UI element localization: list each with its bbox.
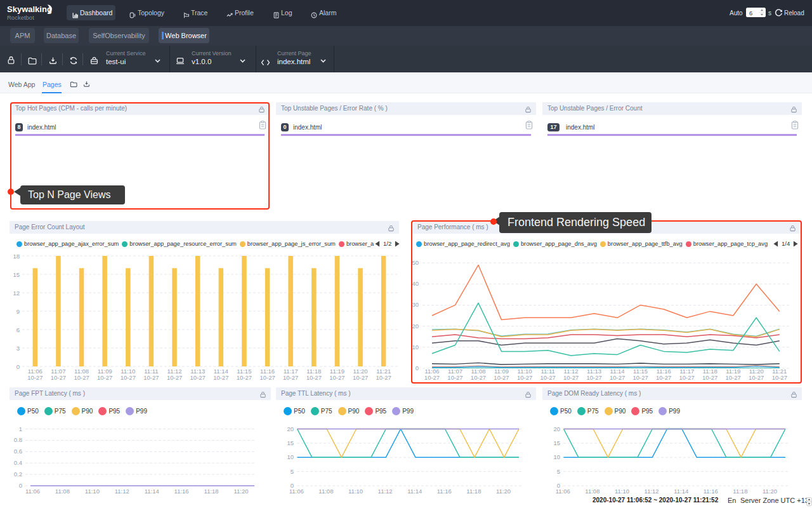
svg-text:10: 10 [553,453,560,460]
svg-text:11:18: 11:18 [204,488,219,495]
svg-text:5: 5 [557,468,560,475]
svg-text:10-27: 10-27 [190,374,206,381]
svg-text:11:20: 11:20 [496,488,511,495]
svg-text:10-27: 10-27 [213,374,228,381]
svg-text:0: 0 [16,363,20,370]
svg-text:11:14: 11:14 [145,488,159,495]
svg-text:11:10: 11:10 [348,488,363,495]
svg-text:0.6: 0.6 [14,448,22,455]
svg-text:11:10: 11:10 [85,488,100,495]
svg-text:10-27: 10-27 [167,374,182,381]
svg-text:1: 1 [19,425,22,432]
svg-text:10-27: 10-27 [283,374,298,381]
svg-text:10-27: 10-27 [143,374,159,381]
svg-text:20: 20 [287,425,294,432]
svg-text:11:16: 11:16 [174,488,189,495]
svg-text:11:10: 11:10 [615,488,629,495]
svg-text:15: 15 [13,271,20,278]
svg-text:11:16: 11:16 [704,488,718,495]
svg-text:10-27: 10-27 [353,374,368,381]
svg-text:20: 20 [553,425,560,432]
svg-text:10-27: 10-27 [306,374,322,381]
svg-text:11:06: 11:06 [556,488,570,495]
svg-text:11:06: 11:06 [25,488,40,495]
svg-text:15: 15 [287,439,294,446]
svg-text:18: 18 [13,253,20,260]
svg-text:12: 12 [13,290,20,297]
svg-text:10-27: 10-27 [259,374,275,381]
svg-text:0.8: 0.8 [14,436,22,443]
svg-text:11:16: 11:16 [437,488,452,495]
svg-text:3: 3 [16,345,20,352]
svg-text:11:14: 11:14 [674,488,688,495]
svg-text:11:12: 11:12 [378,488,393,495]
svg-text:11:06: 11:06 [289,488,304,495]
svg-text:15: 15 [553,439,560,446]
svg-text:6: 6 [16,326,20,333]
svg-text:11:20: 11:20 [763,488,777,495]
svg-text:10-27: 10-27 [376,374,391,381]
svg-text:5: 5 [291,468,294,475]
svg-text:10-27: 10-27 [237,374,252,381]
svg-text:11:08: 11:08 [55,488,70,495]
svg-text:0: 0 [19,482,22,489]
svg-text:9: 9 [16,308,20,315]
svg-text:11:12: 11:12 [645,488,659,495]
svg-text:10-27: 10-27 [97,374,112,381]
svg-text:11:18: 11:18 [466,488,481,495]
svg-text:0.2: 0.2 [14,471,22,478]
svg-text:10: 10 [287,453,294,460]
svg-text:11:12: 11:12 [115,488,129,495]
svg-text:0.4: 0.4 [14,459,22,466]
svg-text:10-27: 10-27 [27,374,43,381]
svg-text:11:08: 11:08 [318,488,333,495]
svg-text:11:08: 11:08 [585,488,599,495]
svg-text:10-27: 10-27 [121,374,136,381]
svg-text:10-27: 10-27 [329,374,344,381]
svg-text:11:14: 11:14 [407,488,422,495]
svg-text:10-27: 10-27 [51,374,66,381]
svg-text:11:20: 11:20 [233,488,248,495]
svg-text:10-27: 10-27 [74,374,89,381]
svg-text:11:18: 11:18 [733,488,747,495]
